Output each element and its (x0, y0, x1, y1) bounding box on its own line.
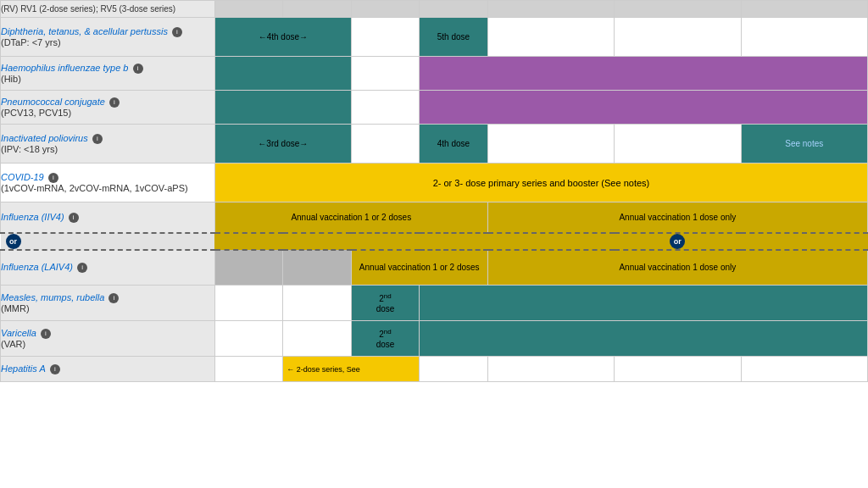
laiv4-dose-2: Annual vaccination 1 dose only (487, 250, 867, 286)
hib-sub: (Hib) (1, 74, 21, 84)
iiv4-link[interactable]: Influenza (IIV4) (1, 212, 64, 222)
table-row: Inactivated poliovirus i (IPV: <18 yrs) … (1, 125, 868, 164)
hepa-info-icon[interactable]: i (50, 364, 60, 374)
table-row: (RV) RV1 (2-dose series); RV5 (3-dose se… (1, 1, 868, 18)
or-badge: or (6, 234, 21, 249)
hepa-span: ← 2-dose series, See (283, 357, 420, 382)
varicella-sub: (VAR) (1, 339, 25, 349)
table-row: Influenza (IIV4) i Annual vaccination 1 … (1, 202, 868, 233)
ipv-link[interactable]: Inactivated poliovirus (1, 133, 88, 143)
varicella-info-icon[interactable]: i (41, 329, 51, 339)
table-row: COVID-19 i (1vCOV-mRNA, 2vCOV-mRNA, 1vCO… (1, 164, 868, 202)
hepa-link[interactable]: Hepatitis A (1, 363, 46, 374)
dtap-sub: (DTaP: <7 yrs) (1, 37, 61, 47)
covid-span: 2- or 3- dose primary series and booster… (214, 164, 867, 202)
covid-link[interactable]: COVID-19 (1, 172, 44, 182)
dtap-link[interactable]: Diphtheria, tetanus, & acellular pertuss… (1, 26, 168, 36)
dtap-info-icon[interactable]: i (172, 27, 182, 37)
mmr-info-icon[interactable]: i (108, 293, 119, 303)
ipv-3rd-dose: ←3rd dose→ (214, 125, 351, 164)
pcv-sub: (PCV13, PCV15) (1, 108, 71, 118)
varicella-link[interactable]: Varicella (1, 328, 36, 338)
var-2nd-dose: 2nddose (351, 321, 419, 357)
hib-link[interactable]: Haemophilus influenzae type b (1, 63, 128, 73)
iiv4-info-icon[interactable]: i (69, 213, 79, 223)
laiv4-link[interactable]: Influenza (LAIV4) (1, 262, 73, 272)
table-row: Measles, mumps, rubella i (MMR) 2nddose (1, 286, 868, 321)
or-row: or or (1, 233, 868, 250)
table-row: Hepatitis A i ← 2-dose series, See (1, 357, 868, 382)
ipv-info-icon[interactable]: i (92, 134, 103, 144)
rv-label: (RV) RV1 (2-dose series); RV5 (3-dose se… (1, 4, 175, 14)
iiv4-dose-1: Annual vaccination 1 or 2 doses (214, 202, 487, 233)
pcv-info-icon[interactable]: i (109, 97, 120, 108)
covid-info-icon[interactable]: i (48, 173, 58, 183)
table-row: Pneumococcal conjugate i (PCV13, PCV15) (1, 91, 868, 125)
laiv4-dose-1: Annual vaccination 1 or 2 doses (351, 250, 487, 286)
ipv-sub: (IPV: <18 yrs) (1, 144, 58, 154)
table-row: Diphtheria, tetanus, & acellular pertuss… (1, 18, 868, 57)
laiv4-info-icon[interactable]: i (77, 263, 87, 273)
mmr-sub: (MMR) (1, 303, 30, 313)
vaccine-schedule-table: (RV) RV1 (2-dose series); RV5 (3-dose se… (0, 0, 868, 382)
mmr-2nd-dose: 2nddose (351, 286, 419, 321)
table-row: Varicella i (VAR) 2nddose (1, 321, 868, 357)
hib-info-icon[interactable]: i (133, 64, 143, 74)
table-row: Influenza (LAIV4) i Annual vaccination 1… (1, 250, 868, 286)
dtap-4th-dose: ←4th dose→ (214, 18, 351, 57)
pcv-link[interactable]: Pneumococcal conjugate (1, 97, 105, 107)
table-row: Haemophilus influenzae type b i (Hib) (1, 57, 868, 91)
ipv-see-notes: See notes (741, 125, 867, 164)
dtap-5th-dose: 5th dose (420, 18, 487, 57)
ipv-4th-dose: 4th dose (420, 125, 487, 164)
or-badge-right: or (670, 234, 685, 249)
iiv4-dose-2: Annual vaccination 1 dose only (487, 202, 867, 233)
mmr-link[interactable]: Measles, mumps, rubella (1, 292, 104, 302)
covid-sub: (1vCOV-mRNA, 2vCOV-mRNA, 1vCOV-aPS) (1, 183, 188, 193)
